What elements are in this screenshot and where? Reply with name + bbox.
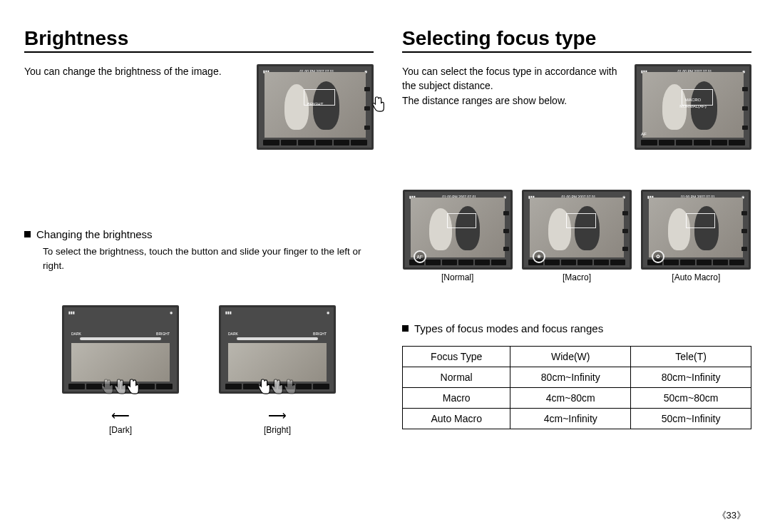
bullet-icon: [402, 325, 409, 332]
focus-intro: You can select the focus type in accorda…: [402, 64, 623, 108]
table-row: Normal 80cm~Infinity 80cm~Infinity: [403, 367, 751, 388]
changing-brightness-text: To select the brightness, touch the butt…: [43, 245, 374, 274]
bright-caption: [Bright]: [264, 425, 291, 435]
table-header: Focus Type: [403, 347, 510, 367]
dark-caption: [Dark]: [109, 425, 132, 435]
table-header: Tele(T): [631, 347, 751, 367]
right-column: Selecting focus type You can select the …: [402, 27, 751, 435]
hand-pointer-icon: [282, 378, 298, 406]
hand-pointer-icon: [113, 378, 128, 406]
changing-brightness-subhead: Changing the brightness: [36, 228, 153, 240]
focus-main-lcd: ▮▮▮01:00 PM 2007.07.01◉ MACRONORMAL(AF) …: [635, 64, 751, 150]
focus-macro-lcd: ▮▮▮01:00 PM 2007.07.01◉ ❀: [522, 190, 632, 270]
focus-normal-lcd: ▮▮▮01:00 PM 2007.07.01◉ AF: [403, 190, 513, 270]
focus-automacro-lcd: ▮▮▮01:00 PM 2007.07.01◉ ✿: [641, 190, 751, 270]
automacro-caption: [Auto Macro]: [672, 272, 720, 282]
focus-table-subhead: Types of focus modes and focus ranges: [414, 322, 603, 334]
focus-range-table: Focus Type Wide(W) Tele(T) Normal 80cm~I…: [402, 346, 751, 429]
macro-mode-icon: ❀: [533, 250, 545, 263]
normal-caption: [Normal]: [441, 272, 473, 282]
table-row: Macro 4cm~80cm 50cm~80cm: [403, 388, 751, 409]
table-row: Auto Macro 4cm~Infinity 50cm~Infinity: [403, 409, 751, 429]
page-number: 《33》: [717, 509, 746, 522]
left-column: Brightness You can change the brightness…: [24, 27, 374, 435]
focus-examples-row: ▮▮▮01:00 PM 2007.07.01◉ AF [Normal] ▮▮▮0…: [402, 190, 751, 282]
bullet-icon: [24, 231, 31, 237]
brightness-main-lcd: ▮▮▮01:00 PM 2007.07.01◉ BRIGHT: [257, 64, 374, 150]
hand-pointer-icon: [369, 96, 388, 117]
table-header: Wide(W): [510, 347, 631, 367]
af-mode-icon: AF: [414, 250, 426, 263]
focus-title: Selecting focus type: [402, 27, 751, 53]
arrow-right-icon: ⟶: [268, 408, 287, 424]
brightness-title: Brightness: [24, 27, 374, 53]
macro-caption: [Macro]: [563, 272, 591, 282]
brightness-slide-examples: ▮▮▮◉ DARKBRIGHT ⟵ [Dark] ▮▮▮◉ DARKBRI: [24, 305, 374, 435]
table-row: Focus Type Wide(W) Tele(T): [403, 347, 751, 367]
arrow-left-icon: ⟵: [111, 408, 130, 424]
brightness-intro: You can change the brightness of the ima…: [24, 64, 245, 78]
